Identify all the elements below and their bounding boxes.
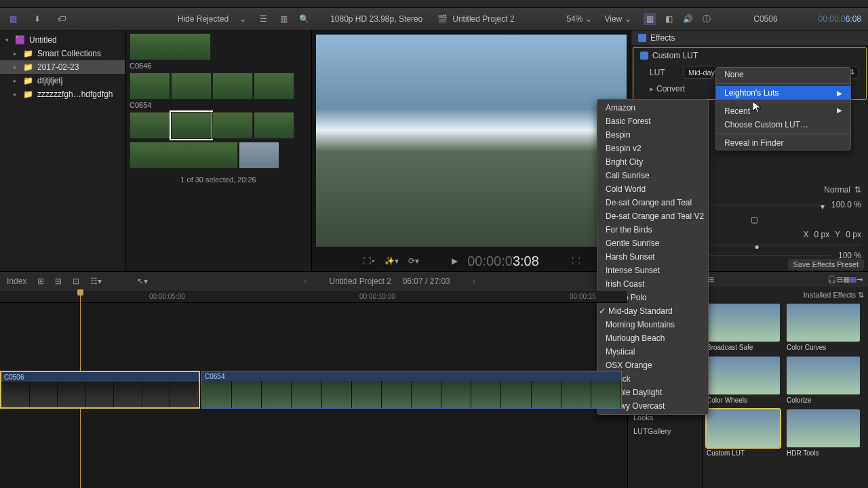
clip-thumb[interactable]: [212, 112, 253, 139]
menu-item[interactable]: Choose Custom LUT…: [716, 118, 850, 131]
hide-rejected-button[interactable]: Hide Rejected: [178, 14, 229, 24]
chevron-down-icon[interactable]: ⌄: [583, 13, 595, 25]
timeline-ruler[interactable]: 00:00:05:00 00:00:10:00 00:00:15: [0, 291, 627, 303]
timeline-clip[interactable]: C0654: [201, 371, 622, 409]
tool-icon[interactable]: ⇥: [856, 275, 863, 284]
crop-icon[interactable]: ▢: [751, 215, 758, 224]
menu-item[interactable]: De-sat Orange and Teal: [597, 196, 708, 209]
menu-item[interactable]: Leighton's Luts▶: [716, 86, 850, 100]
search-icon[interactable]: 🔍: [298, 13, 310, 25]
tl-tool-icon[interactable]: ⊡: [73, 277, 79, 286]
menu-item[interactable]: Irish Coast: [597, 277, 708, 291]
color-tab-icon[interactable]: ◧: [663, 13, 675, 25]
clip-appearance-icon[interactable]: ☰: [257, 13, 269, 25]
tl-tool-icon[interactable]: ⊞: [37, 277, 44, 286]
checkbox-icon[interactable]: [640, 52, 648, 60]
clip-thumb[interactable]: [171, 73, 212, 100]
menu-item[interactable]: Basic Forest: [597, 115, 708, 128]
select-tool-icon[interactable]: ↖▾: [137, 277, 148, 286]
timeline: Index ⊞ ⊟ ⊡ ☷▾ ↖▾ ‹ Untitled Project 2 0…: [0, 272, 627, 488]
tool-icon[interactable]: ⊞: [708, 275, 714, 284]
tool-icon[interactable]: ▦: [850, 275, 856, 284]
viewer-timecode: 00:00:03:08: [467, 253, 539, 269]
clip-thumb[interactable]: [130, 142, 238, 169]
next-button[interactable]: ›: [473, 277, 475, 286]
effect-item[interactable]: Custom LUT: [707, 409, 780, 457]
clapperboard-icon: 🎬: [436, 13, 448, 25]
clip-thumb[interactable]: [130, 33, 211, 60]
viewer: ⛶▾ ✨▾ ⟳▾ ▶ 00:00:03:08 ⛶: [312, 30, 631, 271]
menu-item[interactable]: Bespin: [597, 128, 708, 142]
view-menu[interactable]: View: [604, 14, 622, 24]
save-preset-button[interactable]: Save Effects Preset: [788, 259, 864, 270]
menu-item[interactable]: For the Birds: [597, 223, 708, 237]
fullscreen-icon[interactable]: ⛶: [572, 256, 580, 266]
chevron-down-icon[interactable]: ⌄: [237, 13, 249, 25]
clip-thumb[interactable]: [130, 73, 170, 100]
effect-item[interactable]: Colorize: [787, 357, 860, 404]
transform-icon[interactable]: ⛶▾: [363, 256, 375, 266]
clip-label: C0646: [130, 62, 307, 70]
library-sidebar: ▾🟪Untitled ▸📁Smart Collections ▸📁2017-02…: [0, 30, 125, 271]
index-button[interactable]: Index: [7, 277, 26, 286]
video-tab-icon[interactable]: ▦: [644, 13, 656, 25]
clip-thumb[interactable]: [239, 142, 279, 169]
sidebar-item[interactable]: ▸📁zzzzzzfgh…hdfgdfgh: [0, 87, 125, 101]
import-icon[interactable]: ⬇: [31, 13, 43, 25]
effect-item[interactable]: HDR Tools: [787, 409, 860, 457]
clip-thumb[interactable]: [130, 112, 170, 139]
menu-item[interactable]: De-sat Orange and Teal V2: [597, 209, 708, 223]
category-item[interactable]: LUTGallery: [628, 424, 702, 438]
tool-icon[interactable]: ⊟: [837, 275, 843, 284]
timeline-clip[interactable]: C0506: [0, 371, 200, 409]
library-icon[interactable]: ▦: [7, 13, 19, 25]
sidebar-item[interactable]: ▸📁dtjtjtjetj: [0, 74, 125, 87]
clip-label: C0654: [130, 101, 307, 109]
menu-item[interactable]: Cali Sunrise: [597, 169, 708, 182]
retime-icon[interactable]: ⟳▾: [408, 256, 419, 266]
menu-item[interactable]: Bespin v2: [597, 142, 708, 155]
main-toolbar: ▦ ⬇ 🏷 Hide Rejected ⌄ ☰ ▥ 🔍 1080p HD 23.…: [0, 8, 868, 30]
audio-tab-icon[interactable]: 🔊: [682, 13, 694, 25]
menu-item[interactable]: Cold World: [597, 182, 708, 196]
clip-thumb[interactable]: [254, 112, 294, 139]
menu-item[interactable]: Intense Sunset: [597, 264, 708, 277]
menu-item[interactable]: Amazon: [597, 101, 708, 115]
clip-thumb[interactable]: [171, 112, 212, 139]
menu-item[interactable]: Bright City: [597, 155, 708, 169]
effect-item[interactable]: Broadcast Safe: [707, 304, 780, 351]
enhance-icon[interactable]: ✨▾: [384, 256, 399, 266]
tool-icon[interactable]: 🎧: [827, 275, 837, 284]
menu-item[interactable]: Reveal in Finder: [716, 136, 850, 150]
tool-icon[interactable]: ▦: [843, 275, 850, 284]
timeline-position: 06:07 / 27:03: [403, 277, 450, 286]
sidebar-item[interactable]: ▸📁2017-02-23: [0, 60, 125, 74]
menu-item[interactable]: Gentle Sunrise: [597, 237, 708, 250]
format-label: 1080p HD 23.98p, Stereo: [330, 14, 422, 24]
clip-thumb[interactable]: [254, 73, 294, 100]
viewer-canvas: [316, 35, 627, 247]
chevron-down-icon[interactable]: ⌄: [622, 13, 634, 25]
play-button[interactable]: ▶: [452, 256, 458, 266]
zoom-level[interactable]: 54%: [566, 14, 583, 24]
effect-item[interactable]: Color Curves: [787, 304, 860, 351]
installed-dropdown[interactable]: Installed Effects ⇅: [707, 291, 864, 300]
browser-status: 1 of 30 selected, 20:26: [130, 176, 307, 184]
prev-button[interactable]: ‹: [304, 277, 307, 286]
info-tab-icon[interactable]: ⓘ: [701, 13, 713, 25]
project-title: Untitled Project 2: [452, 14, 514, 24]
checkbox-icon[interactable]: [638, 34, 646, 42]
sidebar-item[interactable]: ▸📁Smart Collections: [0, 47, 125, 60]
clip-browser: C0646 C0654 1 of 30 selected, 20:26: [125, 30, 312, 271]
keyword-icon[interactable]: 🏷: [56, 13, 68, 25]
timeline-title: Untitled Project 2: [330, 277, 391, 286]
menu-item[interactable]: None: [716, 68, 850, 81]
clip-thumb[interactable]: [212, 73, 253, 100]
tl-tool-icon[interactable]: ☷▾: [90, 277, 102, 286]
filmstrip-icon[interactable]: ▥: [277, 13, 290, 25]
menu-item[interactable]: Harsh Sunset: [597, 250, 708, 264]
tl-tool-icon[interactable]: ⊟: [55, 277, 62, 286]
menu-item[interactable]: Recent▶: [716, 104, 850, 118]
effect-item[interactable]: Color Wheels: [707, 357, 780, 404]
sidebar-item[interactable]: ▾🟪Untitled: [0, 33, 125, 47]
